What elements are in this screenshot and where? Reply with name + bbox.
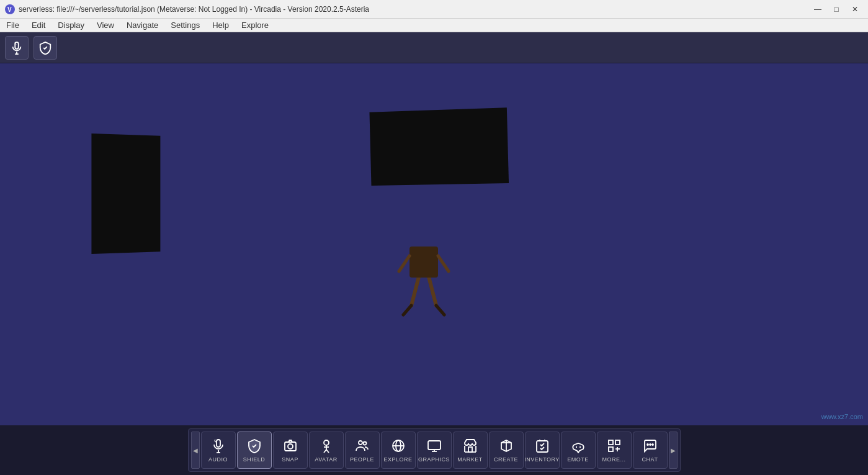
audio-icon <box>211 438 226 455</box>
avatar-label: AVATAR <box>315 456 337 463</box>
shield-icon <box>247 438 262 455</box>
toolbar-graphics-button[interactable]: GRAPHICS <box>417 432 452 469</box>
svg-rect-15 <box>285 442 296 451</box>
svg-line-6 <box>428 274 436 305</box>
market-label: MARKET <box>457 456 483 463</box>
svg-line-5 <box>411 274 419 305</box>
people-label: PEOPLE <box>350 456 374 463</box>
toolbar-inner: ◀ AUDIO SHIELD SNAP AVATAR PEOPLE EXPLOR… <box>188 428 681 472</box>
toolbar-snap-button[interactable]: SNAP <box>273 432 308 469</box>
shield-icon <box>38 41 52 55</box>
menu-bar: FileEditDisplayViewNavigateSettingsHelpE… <box>0 19 868 32</box>
scroll-right-button[interactable]: ▶ <box>669 432 678 469</box>
svg-line-8 <box>436 305 444 315</box>
snap-label: SNAP <box>282 456 298 463</box>
create-icon <box>499 438 514 455</box>
left-panel <box>91 133 160 254</box>
svg-point-23 <box>363 441 366 445</box>
toolbar-inventory-button[interactable]: INVENTORY <box>525 432 560 469</box>
market-icon <box>463 438 478 455</box>
menu-item-explore[interactable]: Explore <box>235 19 275 31</box>
toolbar-market-button[interactable]: MARKET <box>453 432 488 469</box>
toolbar-emote-button[interactable]: EMOTE <box>561 432 596 469</box>
svg-point-46 <box>652 444 653 445</box>
svg-rect-36 <box>537 441 548 452</box>
svg-rect-40 <box>615 440 620 445</box>
svg-line-21 <box>326 450 329 453</box>
svg-rect-39 <box>609 440 613 445</box>
menu-item-view[interactable]: View <box>91 19 120 31</box>
menu-item-navigate[interactable]: Navigate <box>120 19 164 31</box>
chat-icon <box>643 438 658 455</box>
avatar-icon <box>319 438 334 455</box>
security-toolbar-button[interactable] <box>34 36 57 60</box>
toolbar-explore-button[interactable]: EXPLORE <box>381 432 416 469</box>
toolbar-create-button[interactable]: CREATE <box>489 432 524 469</box>
window-title: serverless: file:///~/serverless/tutoria… <box>19 5 369 14</box>
title-bar: V serverless: file:///~/serverless/tutor… <box>0 0 868 19</box>
inventory-icon <box>535 438 550 455</box>
more-label: MORE... <box>602 456 625 463</box>
menu-item-help[interactable]: Help <box>206 19 235 31</box>
svg-point-45 <box>650 444 651 445</box>
maximize-button[interactable]: □ <box>828 2 844 16</box>
create-label: CREATE <box>494 456 518 463</box>
svg-rect-41 <box>609 447 613 451</box>
shield-label: SHIELD <box>243 456 266 463</box>
menu-item-file[interactable]: File <box>0 19 25 31</box>
top-toolbar <box>0 32 868 63</box>
toolbar-avatar-button[interactable]: AVATAR <box>309 432 344 469</box>
svg-point-16 <box>288 444 293 449</box>
toolbar-shield-button[interactable]: SHIELD <box>237 432 272 469</box>
avatar <box>396 209 452 330</box>
svg-line-10 <box>399 256 409 271</box>
bottom-toolbar: ◀ AUDIO SHIELD SNAP AVATAR PEOPLE EXPLOR… <box>0 425 868 475</box>
explore-label: EXPLORE <box>383 456 412 463</box>
minimize-button[interactable]: — <box>810 2 826 16</box>
svg-line-11 <box>438 256 449 271</box>
svg-point-17 <box>324 440 329 445</box>
toolbar-people-button[interactable]: PEOPLE <box>345 432 380 469</box>
app-icon: V <box>5 4 15 14</box>
close-button[interactable]: ✕ <box>847 2 863 16</box>
chat-label: CHAT <box>642 456 658 463</box>
menu-item-settings[interactable]: Settings <box>164 19 206 31</box>
emote-icon <box>571 438 586 455</box>
graphics-icon <box>427 438 442 455</box>
menu-item-edit[interactable]: Edit <box>25 19 51 31</box>
svg-rect-2 <box>15 42 19 48</box>
svg-rect-27 <box>428 441 441 450</box>
svg-text:V: V <box>7 6 12 13</box>
snap-icon <box>283 438 298 455</box>
svg-rect-33 <box>468 447 472 452</box>
viewport[interactable]: www.xz7.com <box>0 63 868 425</box>
svg-rect-9 <box>409 247 438 278</box>
audio-label: AUDIO <box>208 456 228 463</box>
people-icon <box>355 438 370 455</box>
svg-rect-12 <box>217 440 220 447</box>
toolbar-more-button[interactable]: MORE... <box>597 432 632 469</box>
svg-line-7 <box>403 305 411 315</box>
menu-item-display[interactable]: Display <box>51 19 91 31</box>
watermark: www.xz7.com <box>821 413 863 420</box>
svg-line-20 <box>324 450 326 453</box>
scroll-left-button[interactable]: ◀ <box>191 432 200 469</box>
title-bar-left: V serverless: file:///~/serverless/tutor… <box>5 4 369 14</box>
toolbar-audio-button[interactable]: AUDIO <box>201 432 236 469</box>
inventory-label: INVENTORY <box>524 456 560 463</box>
more-icon <box>607 438 622 455</box>
mic-icon <box>10 41 24 55</box>
window-controls[interactable]: — □ ✕ <box>810 2 863 16</box>
audio-toolbar-button[interactable] <box>5 36 29 60</box>
graphics-label: GRAPHICS <box>418 456 450 463</box>
right-screen <box>369 107 509 186</box>
toolbar-chat-button[interactable]: CHAT <box>633 432 668 469</box>
explore-icon <box>391 438 406 455</box>
svg-point-22 <box>359 441 362 445</box>
emote-label: EMOTE <box>567 456 589 463</box>
svg-point-44 <box>647 444 648 445</box>
